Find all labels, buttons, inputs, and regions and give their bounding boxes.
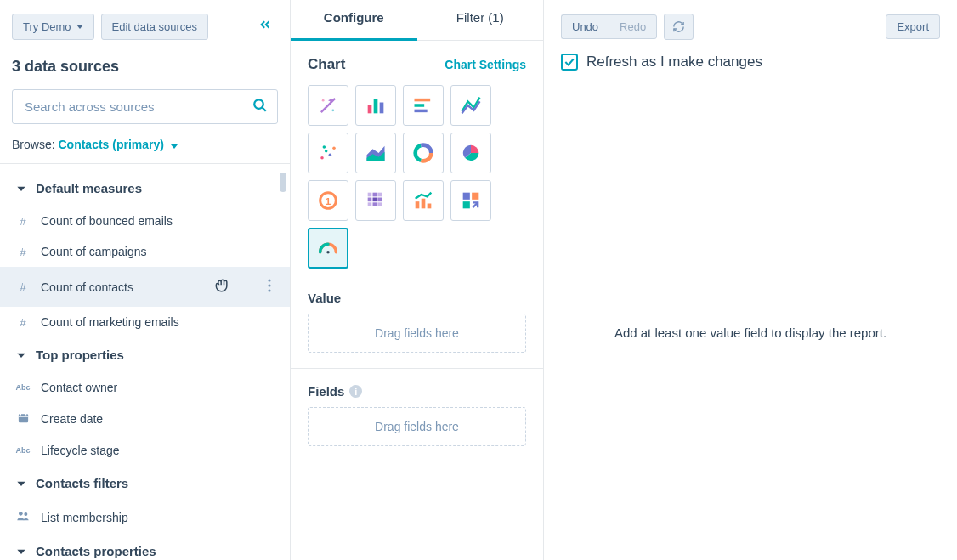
try-demo-label: Try Demo (23, 20, 71, 33)
browse-label: Browse: (12, 138, 55, 151)
svg-rect-47 (428, 204, 432, 209)
browse-source-value: Contacts (primary) (58, 138, 163, 151)
field-label: Count of marketing emails (41, 315, 179, 329)
try-demo-button[interactable]: Try Demo (12, 14, 94, 40)
field-item-hovered[interactable]: # Count of contacts (0, 267, 290, 307)
browse-source-dropdown[interactable]: Contacts (primary) (58, 138, 177, 151)
svg-rect-46 (422, 199, 426, 209)
chart-type-hbar[interactable] (403, 85, 444, 126)
tab-filter[interactable]: Filter (1) (417, 0, 544, 40)
chart-type-kpi[interactable]: 1 (308, 180, 348, 221)
fields-section-title: Fields (308, 384, 344, 399)
chart-type-heatmap[interactable] (355, 180, 396, 221)
svg-rect-43 (373, 202, 377, 206)
svg-point-13 (19, 512, 23, 516)
field-item[interactable]: # Count of bounced emails (0, 206, 290, 236)
chevron-down-icon (76, 25, 83, 29)
svg-rect-42 (368, 202, 372, 206)
svg-rect-41 (377, 198, 382, 202)
fields-scroll-area: Default measures # Count of bounced emai… (0, 163, 290, 560)
svg-marker-6 (17, 353, 25, 357)
chevron-down-icon (15, 183, 27, 195)
chart-type-scatter[interactable] (308, 133, 348, 173)
info-icon[interactable]: i (349, 385, 362, 398)
chart-type-gauge[interactable] (308, 228, 348, 269)
field-item[interactable]: Abc Lifecycle stage (0, 435, 290, 466)
field-item[interactable]: # Count of marketing emails (0, 307, 290, 337)
svg-point-24 (320, 156, 324, 160)
field-label: List membership (41, 511, 128, 524)
preview-panel: Undo Redo Export Refresh as I make chang… (544, 0, 957, 560)
chevron-down-icon (15, 546, 27, 557)
more-actions-button[interactable] (264, 275, 275, 298)
scrollbar-thumb[interactable] (280, 173, 286, 192)
svg-rect-40 (373, 198, 377, 202)
auto-refresh-checkbox[interactable] (561, 54, 578, 71)
group-label: Default measures (36, 181, 142, 195)
svg-rect-45 (416, 201, 420, 208)
sources-panel: Try Demo Edit data sources 3 data source… (0, 0, 291, 560)
chevron-down-icon (15, 349, 27, 361)
svg-point-27 (332, 146, 336, 150)
chart-type-pie[interactable] (450, 133, 491, 173)
svg-text:1: 1 (326, 195, 331, 206)
svg-point-25 (325, 150, 328, 153)
edit-sources-label: Edit data sources (112, 20, 197, 33)
svg-rect-36 (368, 193, 372, 197)
group-label: Contacts properties (36, 544, 156, 558)
chart-type-combo[interactable] (403, 180, 444, 221)
collapse-panel-button[interactable] (252, 12, 278, 41)
svg-marker-2 (17, 186, 25, 190)
people-icon (15, 509, 31, 525)
svg-marker-15 (17, 549, 25, 553)
refresh-button[interactable] (664, 14, 694, 40)
field-label: Contact owner (41, 381, 117, 394)
text-icon: Abc (15, 383, 31, 392)
svg-point-3 (268, 279, 270, 281)
field-item[interactable]: List membership (0, 501, 290, 534)
redo-button[interactable]: Redo (609, 14, 657, 39)
field-item[interactable]: # Count of campaigns (0, 236, 290, 267)
svg-point-16 (322, 99, 325, 102)
empty-report-message: Add at least one value field to display … (561, 325, 940, 340)
chart-type-area[interactable] (355, 133, 396, 173)
chart-type-magic[interactable] (308, 85, 348, 126)
group-top-properties[interactable]: Top properties (0, 337, 290, 372)
undo-redo-group: Undo Redo (561, 14, 657, 39)
vertical-dots-icon (268, 279, 271, 292)
chart-type-line[interactable] (450, 85, 491, 126)
configure-panel: Configure Filter (1) Chart Chart Setting… (291, 0, 544, 560)
tab-configure[interactable]: Configure (291, 0, 417, 41)
chart-type-pivot[interactable] (450, 180, 491, 221)
group-default-measures[interactable]: Default measures (0, 171, 290, 206)
chart-settings-link[interactable]: Chart Settings (445, 58, 526, 71)
svg-rect-48 (463, 193, 470, 200)
svg-rect-39 (368, 198, 372, 202)
svg-point-28 (323, 145, 326, 149)
svg-rect-20 (380, 103, 384, 114)
config-tabs: Configure Filter (1) (291, 0, 543, 41)
export-button[interactable]: Export (886, 14, 940, 39)
field-label: Count of campaigns (41, 245, 147, 258)
chevron-down-icon (171, 144, 178, 149)
group-contacts-properties[interactable]: Contacts properties (0, 534, 290, 560)
svg-point-0 (254, 99, 263, 109)
value-dropzone[interactable]: Drag fields here (308, 314, 526, 353)
auto-refresh-label: Refresh as I make changes (586, 54, 762, 71)
search-icon[interactable] (252, 98, 268, 116)
field-item[interactable]: Create date (0, 403, 290, 435)
chart-type-grid: 1 (308, 85, 526, 269)
field-item[interactable]: Abc Contact owner (0, 372, 290, 403)
svg-rect-44 (377, 202, 382, 206)
svg-point-14 (24, 512, 27, 516)
chart-type-donut[interactable] (403, 133, 444, 173)
search-input[interactable] (12, 89, 278, 124)
chart-type-bar[interactable] (355, 85, 396, 126)
field-label: Create date (41, 412, 103, 426)
group-contacts-filters[interactable]: Contacts filters (0, 466, 290, 501)
refresh-icon (672, 20, 685, 33)
calendar-icon (15, 411, 31, 427)
undo-button[interactable]: Undo (561, 14, 609, 39)
fields-dropzone[interactable]: Drag fields here (308, 407, 526, 446)
edit-data-sources-button[interactable]: Edit data sources (101, 14, 208, 40)
